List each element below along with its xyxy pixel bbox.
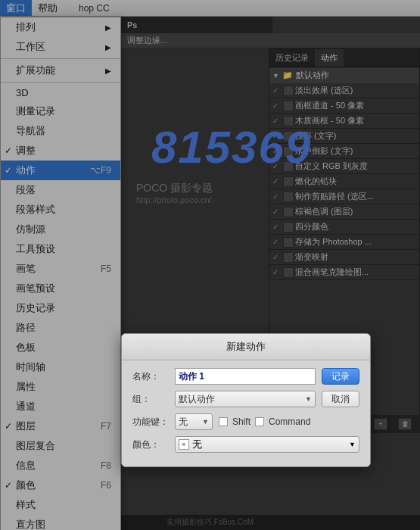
function-key-label: 功能键： xyxy=(132,416,175,429)
modifier-keys-row: Shift Command xyxy=(219,416,359,427)
shift-checkbox[interactable] xyxy=(219,417,228,426)
command-label: Command xyxy=(269,416,310,427)
function-key-row: 功能键： 无 ▼ Shift Command xyxy=(132,413,359,430)
group-row: 组： 默认动作 ▼ 取消 xyxy=(132,391,359,407)
new-action-dialog: 新建动作 名称： 记录 组： 默认动作 ▼ 取消 功能键： 无 ▼ Sh xyxy=(121,333,371,467)
chevron-down-icon: ▼ xyxy=(349,441,356,448)
group-label: 组： xyxy=(132,393,175,406)
dialog-body: 名称： 记录 组： 默认动作 ▼ 取消 功能键： 无 ▼ Shift Com xyxy=(122,360,370,466)
name-row: 名称： 记录 xyxy=(132,368,359,385)
dialog-title: 新建动作 xyxy=(122,334,370,360)
name-label: 名称： xyxy=(132,370,175,383)
color-x-icon: × xyxy=(179,439,189,450)
command-checkbox[interactable] xyxy=(255,417,264,426)
color-value: 无 xyxy=(192,438,202,451)
chevron-down-icon: ▼ xyxy=(202,418,209,426)
group-select[interactable]: 默认动作 ▼ xyxy=(175,391,316,407)
group-select-text: 默认动作 xyxy=(179,393,305,406)
function-key-value: 无 xyxy=(179,416,202,429)
color-label: 颜色： xyxy=(132,438,175,451)
name-input[interactable] xyxy=(175,368,316,385)
shift-label: Shift xyxy=(232,416,250,427)
cancel-button[interactable]: 取消 xyxy=(322,391,359,407)
function-key-select[interactable]: 无 ▼ xyxy=(175,413,213,430)
chevron-down-icon: ▼ xyxy=(305,395,312,403)
record-button[interactable]: 记录 xyxy=(322,368,359,385)
color-select[interactable]: × 无 ▼ xyxy=(175,436,359,453)
color-row: 颜色： × 无 ▼ xyxy=(132,436,359,453)
